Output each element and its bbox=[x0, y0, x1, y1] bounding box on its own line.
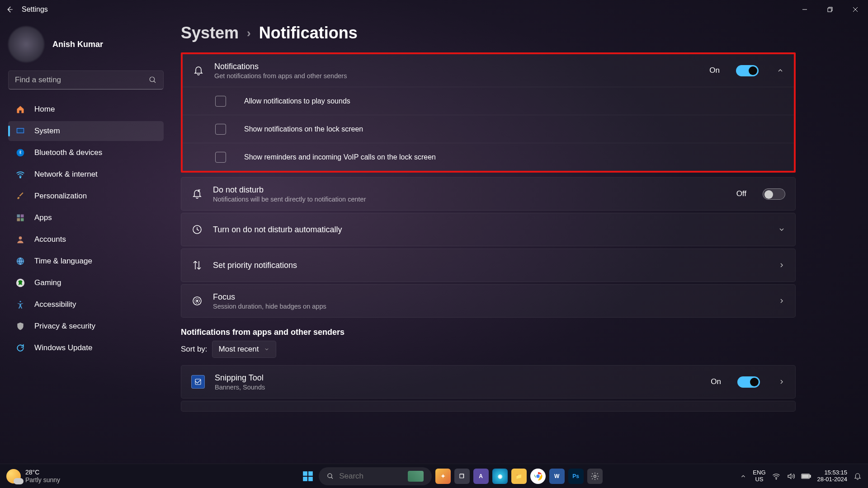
taskbar-pin-edge[interactable]: ◉ bbox=[492, 469, 508, 484]
app-name: Snipping Tool bbox=[215, 373, 701, 383]
nav-label: Accounts bbox=[34, 235, 66, 244]
nav-home[interactable]: Home bbox=[8, 99, 164, 119]
taskbar-pin-copilot[interactable]: ✦ bbox=[435, 469, 451, 484]
search-icon bbox=[149, 76, 157, 84]
svg-rect-7 bbox=[17, 129, 23, 132]
weather-desc: Partly sunny bbox=[25, 476, 60, 484]
taskbar-pin-photoshop[interactable]: Ps bbox=[568, 469, 584, 484]
search-input-box[interactable] bbox=[8, 70, 164, 89]
card-title: Turn on do not disturb automatically bbox=[213, 225, 768, 235]
checkbox-icon[interactable] bbox=[215, 96, 226, 107]
nav-label: Bluetooth & devices bbox=[34, 148, 102, 157]
priority-row[interactable]: Set priority notifications bbox=[181, 249, 795, 282]
nav-apps[interactable]: Apps bbox=[8, 208, 164, 228]
taskbar-pin-app1[interactable]: A bbox=[473, 469, 489, 484]
chevron-right-icon: › bbox=[247, 26, 251, 40]
close-button[interactable] bbox=[843, 0, 868, 19]
chevron-right-icon[interactable] bbox=[778, 378, 785, 385]
person-icon bbox=[15, 235, 25, 244]
sort-label: Sort by: bbox=[181, 345, 208, 354]
taskbar-search[interactable] bbox=[319, 467, 432, 485]
breadcrumb: System › Notifications bbox=[181, 23, 796, 42]
taskbar-pin-chrome[interactable] bbox=[530, 469, 546, 484]
nav-privacy[interactable]: Privacy & security bbox=[8, 316, 164, 336]
taskbar: 28°C Partly sunny ✦ ❐ A ◉ 📁 W Ps ENG US bbox=[0, 464, 868, 488]
checkbox-lock-screen[interactable]: Show notifications on the lock screen bbox=[183, 115, 794, 143]
maximize-button[interactable] bbox=[817, 0, 843, 19]
nav-gaming[interactable]: Gaming bbox=[8, 273, 164, 293]
wifi-icon bbox=[15, 169, 25, 179]
language-indicator[interactable]: ENG US bbox=[753, 469, 765, 483]
notifications-toggle-row[interactable]: Notifications Get notifications from app… bbox=[183, 54, 794, 87]
start-button[interactable] bbox=[301, 469, 315, 483]
focus-row[interactable]: Focus Session duration, hide badges on a… bbox=[181, 285, 795, 317]
app-toggle[interactable] bbox=[737, 376, 760, 388]
search-input[interactable] bbox=[15, 75, 149, 84]
user-profile[interactable]: Anish Kumar bbox=[8, 23, 164, 70]
search-highlight-icon bbox=[408, 471, 423, 482]
nav-label: Network & internet bbox=[34, 170, 98, 179]
taskbar-pin-settings[interactable] bbox=[587, 469, 603, 484]
sidebar: Anish Kumar Home System Bluetooth & devi… bbox=[0, 19, 172, 464]
back-button[interactable] bbox=[5, 5, 14, 14]
chevron-right-icon bbox=[778, 262, 785, 269]
svg-rect-13 bbox=[21, 218, 24, 221]
nav-network[interactable]: Network & internet bbox=[8, 164, 164, 184]
nav-system[interactable]: System bbox=[8, 121, 164, 141]
card-title: Focus bbox=[213, 292, 768, 302]
apps-section-header: Notifications from apps and other sender… bbox=[181, 328, 796, 337]
sort-value: Most recent bbox=[219, 345, 259, 354]
minimize-button[interactable] bbox=[792, 0, 817, 19]
home-icon bbox=[15, 104, 25, 114]
nav-label: System bbox=[34, 127, 60, 136]
checkbox-label: Allow notifications to play sounds bbox=[244, 97, 350, 105]
svg-point-4 bbox=[150, 77, 155, 82]
nav-personalization[interactable]: Personalization bbox=[8, 186, 164, 206]
taskbar-pin-explorer[interactable]: 📁 bbox=[511, 469, 527, 484]
bluetooth-icon bbox=[15, 148, 25, 158]
notifications-toggle[interactable] bbox=[736, 65, 759, 76]
dnd-row[interactable]: Do not disturb Notifications will be sen… bbox=[181, 178, 795, 210]
battery-tray-icon[interactable] bbox=[801, 473, 811, 479]
chevron-up-icon[interactable] bbox=[777, 67, 784, 74]
checkbox-icon[interactable] bbox=[215, 124, 226, 135]
notification-tray-icon[interactable] bbox=[854, 472, 862, 480]
svg-rect-12 bbox=[17, 218, 20, 221]
card-subtitle: Notifications will be sent directly to n… bbox=[213, 196, 726, 203]
taskbar-pin-word[interactable]: W bbox=[549, 469, 565, 484]
checkbox-voip-lock-screen[interactable]: Show reminders and incoming VoIP calls o… bbox=[183, 143, 794, 171]
svg-line-5 bbox=[154, 81, 156, 83]
chevron-down-icon bbox=[778, 226, 785, 233]
highlight-annotation: Notifications Get notifications from app… bbox=[181, 52, 796, 173]
app-snipping-tool-row[interactable]: Snipping Tool Banners, Sounds On bbox=[181, 366, 795, 398]
checkbox-label: Show notifications on the lock screen bbox=[244, 125, 363, 133]
volume-tray-icon[interactable] bbox=[787, 472, 795, 480]
nav-accounts[interactable]: Accounts bbox=[8, 230, 164, 249]
globe-icon bbox=[15, 256, 25, 266]
checkbox-label: Show reminders and incoming VoIP calls o… bbox=[244, 153, 436, 161]
weather-temp: 28°C bbox=[25, 469, 60, 476]
nav-bluetooth[interactable]: Bluetooth & devices bbox=[8, 143, 164, 163]
breadcrumb-parent[interactable]: System bbox=[181, 23, 239, 42]
taskbar-weather[interactable]: 28°C Partly sunny bbox=[0, 469, 163, 484]
nav-label: Personalization bbox=[34, 192, 87, 201]
svg-rect-25 bbox=[303, 477, 307, 481]
nav-label: Time & language bbox=[34, 257, 92, 266]
nav-update[interactable]: Windows Update bbox=[8, 338, 164, 358]
sort-dropdown[interactable]: Most recent bbox=[212, 341, 277, 358]
nav-time[interactable]: Time & language bbox=[8, 251, 164, 271]
taskbar-pin-taskview[interactable]: ❐ bbox=[454, 469, 470, 484]
wifi-tray-icon[interactable] bbox=[772, 472, 780, 480]
auto-dnd-row[interactable]: Turn on do not disturb automatically bbox=[181, 213, 795, 246]
card-title: Do not disturb bbox=[213, 185, 726, 195]
checkbox-icon[interactable] bbox=[215, 152, 226, 163]
checkbox-play-sounds[interactable]: Allow notifications to play sounds bbox=[183, 87, 794, 115]
nav-accessibility[interactable]: Accessibility bbox=[8, 295, 164, 314]
svg-rect-11 bbox=[21, 215, 24, 218]
svg-point-17 bbox=[19, 301, 21, 302]
svg-point-9 bbox=[20, 177, 21, 178]
clock-tray[interactable]: 15:53:15 28-01-2024 bbox=[817, 469, 848, 483]
dnd-toggle[interactable] bbox=[763, 188, 785, 200]
tray-expand-icon[interactable] bbox=[740, 473, 746, 479]
taskbar-search-input[interactable] bbox=[339, 472, 402, 481]
